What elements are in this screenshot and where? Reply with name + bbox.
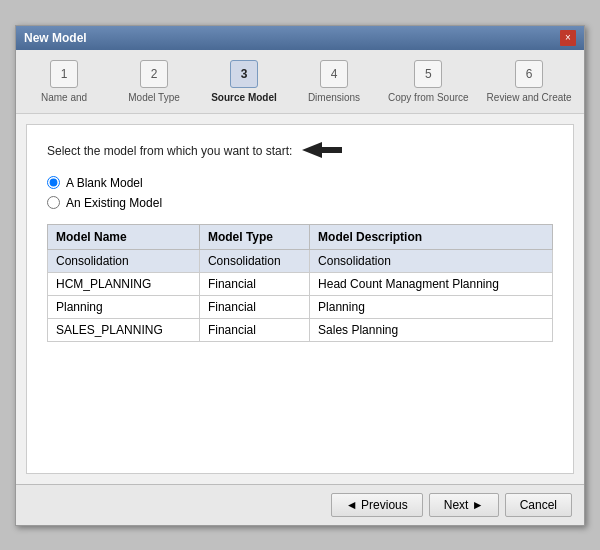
table-cell-1-0: HCM_PLANNING <box>48 272 200 295</box>
radio-blank-model: A Blank Model <box>47 176 553 190</box>
step-2: 2 Model Type <box>118 60 190 103</box>
radio-blank-input[interactable] <box>47 176 60 189</box>
radio-group: A Blank Model An Existing Model <box>47 176 553 210</box>
step-1-num: 1 <box>50 60 78 88</box>
footer: ◄ Previous Next ► Cancel <box>16 484 584 525</box>
main-content: Select the model from which you want to … <box>26 124 574 474</box>
table-cell-2-1: Financial <box>199 295 309 318</box>
col-header-model-name: Model Name <box>48 224 200 249</box>
instruction-row: Select the model from which you want to … <box>47 141 553 162</box>
radio-blank-label[interactable]: A Blank Model <box>66 176 143 190</box>
connector-3 <box>284 60 294 88</box>
step-3: 3 Source Model <box>208 60 280 103</box>
wizard-steps: 1 Name and 2 Model Type 3 Source Model 4… <box>16 50 584 114</box>
step-2-label: Model Type <box>128 92 180 103</box>
arrow-icon <box>302 141 342 162</box>
table-row[interactable]: ConsolidationConsolidationConsolidation <box>48 249 553 272</box>
connector-2 <box>194 60 204 88</box>
connector-4 <box>374 60 384 88</box>
step-1: 1 Name and <box>28 60 100 103</box>
title-bar: New Model × <box>16 26 584 50</box>
svg-marker-0 <box>302 142 342 158</box>
step-1-label: Name and <box>41 92 87 103</box>
table-cell-1-1: Financial <box>199 272 309 295</box>
table-cell-3-2: Sales Planning <box>310 318 553 341</box>
col-header-model-type: Model Type <box>199 224 309 249</box>
table-row[interactable]: SALES_PLANNINGFinancialSales Planning <box>48 318 553 341</box>
step-5-label: Copy from Source <box>388 92 469 103</box>
step-4-label: Dimensions <box>308 92 360 103</box>
instruction-text: Select the model from which you want to … <box>47 144 292 158</box>
step-4: 4 Dimensions <box>298 60 370 103</box>
dialog-title: New Model <box>24 31 87 45</box>
table-cell-2-0: Planning <box>48 295 200 318</box>
connector-1 <box>104 60 114 88</box>
col-header-model-desc: Model Description <box>310 224 553 249</box>
step-4-num: 4 <box>320 60 348 88</box>
step-3-label: Source Model <box>211 92 277 103</box>
table-cell-3-0: SALES_PLANNING <box>48 318 200 341</box>
table-header-row: Model Name Model Type Model Description <box>48 224 553 249</box>
table-cell-0-1: Consolidation <box>199 249 309 272</box>
step-6-label: Review and Create <box>487 92 572 103</box>
table-cell-3-1: Financial <box>199 318 309 341</box>
step-6: 6 Review and Create <box>487 60 572 103</box>
table-cell-1-2: Head Count Managment Planning <box>310 272 553 295</box>
step-3-num: 3 <box>230 60 258 88</box>
previous-button[interactable]: ◄ Previous <box>331 493 423 517</box>
models-table: Model Name Model Type Model Description … <box>47 224 553 342</box>
step-2-num: 2 <box>140 60 168 88</box>
next-button[interactable]: Next ► <box>429 493 499 517</box>
table-cell-2-2: Planning <box>310 295 553 318</box>
radio-existing-label[interactable]: An Existing Model <box>66 196 162 210</box>
radio-existing-model: An Existing Model <box>47 196 553 210</box>
step-5: 5 Copy from Source <box>388 60 469 103</box>
step-5-num: 5 <box>414 60 442 88</box>
table-row[interactable]: PlanningFinancialPlanning <box>48 295 553 318</box>
table-row[interactable]: HCM_PLANNINGFinancialHead Count Managmen… <box>48 272 553 295</box>
table-cell-0-2: Consolidation <box>310 249 553 272</box>
cancel-button[interactable]: Cancel <box>505 493 572 517</box>
table-cell-0-0: Consolidation <box>48 249 200 272</box>
close-button[interactable]: × <box>560 30 576 46</box>
step-6-num: 6 <box>515 60 543 88</box>
connector-5 <box>473 60 483 88</box>
new-model-dialog: New Model × 1 Name and 2 Model Type 3 So… <box>15 25 585 526</box>
radio-existing-input[interactable] <box>47 196 60 209</box>
